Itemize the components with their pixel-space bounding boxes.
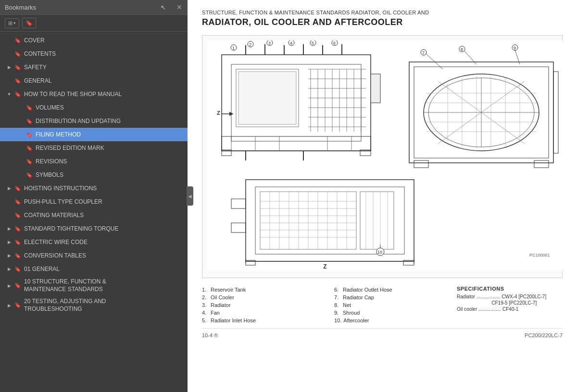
bookmark-flag-icon: 🔖 [26,145,33,151]
toolbar-bookmark-button[interactable]: 🔖 [22,18,36,28]
bookmark-hoisting[interactable]: ▶ 🔖 HOISTING INSTRUCTIONS [0,182,188,195]
expand-arrow [6,199,13,205]
bookmark-coating[interactable]: 🔖 COATING MATERIALS [0,208,188,222]
main-content: STRUCTURE, FUNCTION & MAINTENANCE STANDA… [188,0,577,392]
spec-label [457,300,490,306]
bookmark-conversion[interactable]: ▶ 🔖 CONVERSION TABLES [0,249,188,262]
bookmark-flag-icon: 🔖 [26,118,33,124]
bookmark-icon: 🔖 [25,20,33,26]
bookmark-label: 01 GENERAL [24,266,60,272]
expand-arrow [17,105,24,110]
parts-item-2: 2. Oil Cooler [202,294,315,301]
cursor-indicator: ↖ [161,4,166,11]
bookmark-push-pull[interactable]: 🔖 PUSH-PULL TYPE COUPLER [0,195,188,208]
bookmark-revisions[interactable]: 🔖 REVISIONS [0,155,188,168]
expand-arrow [6,213,13,218]
expand-arrow-right: ▶ [6,226,13,231]
chevron-left-icon: ◀ [188,194,192,199]
bookmark-cover[interactable]: 🔖 COVER [0,34,188,47]
expand-arrow-right: ▶ [6,240,13,245]
part-number: 7. [334,294,341,300]
part-number: 2. [202,294,209,300]
spec-value: CWX-4 [PC200LC-7] [502,294,546,299]
bookmark-how-to-read[interactable]: ▼ 🔖 HOW TO READ THE SHOP MANUAL [0,87,188,101]
specs-title: SPECIFICATIONS [457,286,563,292]
part-label: Fan [211,310,220,316]
spec-label: Oil cooler ................. [457,306,501,312]
expand-arrow-right: ▶ [6,65,13,70]
svg-rect-82 [246,180,414,261]
bookmark-20-testing[interactable]: ▶ 🔖 20 TESTING, ADJUSTING ANDTROUBLESHOO… [0,295,188,315]
svg-rect-109 [231,223,246,233]
svg-text:7: 7 [422,50,425,55]
bookmark-safety[interactable]: ▶ 🔖 SAFETY [0,61,188,74]
bookmark-label: ELECTRIC WIRE CODE [24,239,88,245]
part-label: Radiator Inlet Hose [211,318,256,323]
expand-arrow [17,132,24,137]
bookmark-electric-wire[interactable]: ▶ 🔖 ELECTRIC WIRE CODE [0,235,188,249]
svg-text:8: 8 [461,47,463,52]
bookmark-label: SAFETY [24,64,47,71]
bookmark-flag-icon: 🔖 [14,282,21,289]
parts-column-2: 6. Radiator Outlet Hose 7. Radiator Cap … [334,286,447,324]
collapse-handle[interactable]: ◀ [187,186,193,206]
page-subtitle: STRUCTURE, FUNCTION & MAINTENANCE STANDA… [202,10,563,15]
part-label: Net [343,302,351,308]
bookmark-tightening[interactable]: ▶ 🔖 STANDARD TIGHTENING TORQUE [0,222,188,235]
page-title: RADIATOR, OIL COOLER AND AFTERCOOLER [202,17,563,27]
toolbar-view-button[interactable]: ⊞ ▾ [5,18,19,28]
part-label: Reservoir Tank [211,287,246,293]
model-number: PC200/220LC-7 [525,332,563,338]
bottom-view-diagram: 10 Z PC100001 [231,180,550,270]
parts-item-9: 9. Shroud [334,309,447,317]
bookmark-label: 10 STRUCTURE, FUNCTION &MAINTENANCE STAN… [24,278,106,293]
bookmark-general[interactable]: 🔖 GENERAL [0,74,188,87]
sidebar-close-button[interactable]: × [176,3,183,12]
part-number: 5. [202,318,209,323]
bookmark-label: REVISED EDITION MARK [36,145,104,151]
svg-text:3: 3 [268,41,271,46]
bookmark-flag-icon: 🔖 [26,132,33,138]
bookmark-flag-icon: 🔖 [14,212,21,219]
expand-arrow-right: ▶ [6,253,13,258]
bookmark-distribution[interactable]: 🔖 DISTRIBUTION AND UPDATING [0,114,188,128]
parts-item-6: 6. Radiator Outlet Hose [334,286,447,294]
spec-value: CF19-5 [PC220LC-7] [491,300,537,306]
expand-arrow [6,78,13,84]
bookmark-label: 20 TESTING, ADJUSTING ANDTROUBLESHOOTING [24,298,106,313]
part-label: Shroud [343,310,360,316]
bookmark-volumes[interactable]: 🔖 VOLUMES [0,101,188,114]
svg-text:9: 9 [514,46,516,50]
spec-item-oil-cooler: Oil cooler ................. CF40-1 [457,306,563,312]
bookmark-symbols[interactable]: 🔖 SYMBOLS [0,168,188,182]
svg-text:2: 2 [249,42,251,47]
spec-item-radiator: Radiator .................. CWX-4 [PC200… [457,294,563,300]
svg-text:4: 4 [290,41,292,46]
sidebar-title: Bookmarks [5,4,36,11]
bookmark-filing-method[interactable]: 🔖 FILING METHOD [0,128,188,141]
expand-arrow [17,159,24,164]
bookmark-flag-icon: 🔖 [14,253,21,259]
svg-text:Z: Z [217,110,220,116]
expand-arrow [6,38,13,43]
svg-rect-3 [238,72,296,124]
bookmark-label: CONTENTS [24,50,56,57]
technical-diagram: 1 2 3 4 5 6 [207,40,563,271]
bookmark-revised-edition[interactable]: 🔖 REVISED EDITION MARK [0,141,188,155]
bookmark-label: HOISTING INSTRUCTIONS [24,185,97,192]
bookmark-contents[interactable]: 🔖 CONTENTS [0,47,188,61]
svg-text:6: 6 [333,41,336,46]
bookmark-10-structure[interactable]: ▶ 🔖 10 STRUCTURE, FUNCTION &MAINTENANCE … [0,276,188,295]
parts-item-1: 1. Reservoir Tank [202,286,315,294]
bookmark-label: GENERAL [24,77,51,84]
bookmark-01-general[interactable]: ▶ 🔖 01 GENERAL [0,262,188,276]
bookmark-flag-icon: 🔖 [14,51,21,57]
parts-item-4: 4. Fan [202,309,315,317]
part-label: Aftercooler [343,318,369,323]
expand-arrow-right: ▶ [6,303,13,308]
expand-arrow [17,119,24,124]
expand-arrow-down: ▼ [6,92,13,97]
svg-rect-100 [360,192,394,249]
parts-item-5: 5. Radiator Inlet Hose [202,317,315,324]
bookmark-flag-icon: 🔖 [14,226,21,232]
